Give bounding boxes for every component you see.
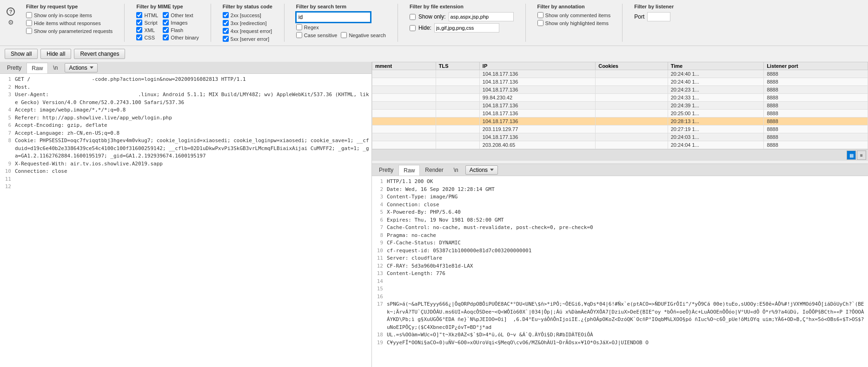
mime-xml-checkbox[interactable] [136, 27, 142, 33]
tab-pretty-right[interactable]: Pretty [374, 164, 398, 175]
table-row[interactable]: 203.119.129.7720:27:19 1...8888 [372, 125, 868, 133]
req-line-3: 3 User-Agent: .linux; Android 5.1.1; MIX… [2, 91, 370, 106]
show-only-ext-checkbox[interactable] [410, 14, 416, 20]
req-line-7: 7 Accept-Language: zh-CN,en-US;q=0.8 [2, 130, 370, 138]
mime-xml-label: XML [144, 27, 155, 33]
table-row[interactable]: 104.18.177.13620:24:03 1...8888 [372, 133, 868, 141]
main-container: ? ⚙ Filter by request type Show only in-… [0, 0, 868, 367]
tab-newline-left-label: \n [53, 65, 58, 71]
show-all-button[interactable]: Show all [5, 49, 38, 59]
show-parameterized-checkbox[interactable] [26, 28, 32, 34]
content-area: Pretty Raw \n Actions 1 GET / [0, 62, 868, 367]
right-actions-button[interactable]: Actions [465, 165, 498, 175]
resp-line: 7Cache-Control: no-cache, must-revalidat… [374, 224, 866, 232]
cell-time: 20:28:13 1... [668, 118, 764, 125]
port-input[interactable] [647, 12, 670, 21]
status-5xx-checkbox[interactable] [223, 36, 229, 42]
search-input[interactable] [296, 12, 371, 22]
cell-listener: 8888 [764, 133, 868, 141]
status-5xx-label: 5xx [server error] [231, 36, 269, 42]
request-code-area[interactable]: 1 GET / -code.php?action=login&now=20200… [0, 74, 371, 367]
cell-time: 20:24:33 1... [668, 94, 764, 102]
status-3xx-checkbox[interactable] [223, 20, 229, 26]
left-actions-button[interactable]: Actions [65, 63, 97, 72]
cell-ip: 203.208.40.65 [479, 141, 595, 149]
col-mment: mment [372, 62, 436, 70]
filter-mime-title: Filter by MIME type [136, 4, 199, 9]
mime-html-row: HTML [136, 12, 158, 18]
cell-time: 20:24:40 1... [668, 78, 764, 86]
mime-othertext-checkbox[interactable] [163, 12, 169, 18]
resp-line: 5X-Powered-By: PHP/5.6.40 [374, 209, 866, 216]
mime-otherbinary-checkbox[interactable] [163, 34, 169, 40]
mime-images-checkbox[interactable] [163, 20, 169, 26]
highlighted-row: Show only highlighted items [537, 20, 611, 26]
list-view-button[interactable]: ≡ [857, 151, 866, 160]
regex-checkbox[interactable] [296, 24, 302, 30]
tab-raw-left[interactable]: Raw [27, 63, 48, 73]
right-actions-label: Actions [470, 167, 488, 173]
hide-ext-input[interactable] [434, 23, 499, 33]
resp-line: 15 [374, 285, 866, 293]
grid-view-button[interactable]: ▦ [847, 151, 856, 160]
mime-html-label: HTML [144, 13, 158, 18]
tab-raw-right[interactable]: Raw [398, 165, 420, 176]
mime-css-label: CSS [144, 35, 155, 40]
help-icon[interactable]: ? [7, 7, 15, 16]
table-row[interactable]: 104.18.177.13620:24:23 1...8888 [372, 86, 868, 94]
table-row[interactable]: 104.18.177.13620:25:00 1...8888 [372, 110, 868, 118]
buttons-row: Show all Hide all Revert changes [0, 46, 868, 62]
mime-html-checkbox[interactable] [136, 12, 142, 18]
show-only-inscope-checkbox[interactable] [26, 12, 32, 18]
cell-cookies [596, 125, 668, 133]
negative-search-row: Negative search [341, 32, 386, 38]
gear-icon[interactable]: ⚙ [8, 19, 14, 26]
revert-changes-button[interactable]: Revert changes [74, 49, 125, 59]
req-line-10: 10 Connection: close [2, 168, 370, 176]
cell-cookies [596, 110, 668, 118]
resp-line: 4Connection: close [374, 201, 866, 209]
hide-ext-checkbox[interactable] [410, 25, 416, 31]
mime-flash-checkbox[interactable] [163, 27, 169, 33]
cell-cookies [596, 102, 668, 110]
commented-checkbox[interactable] [537, 12, 543, 18]
col-tls: TLS [436, 62, 479, 70]
tab-render-right[interactable]: Render [420, 164, 448, 175]
table-row[interactable]: 104.18.177.13620:28:13 1...8888 [372, 118, 868, 125]
req-line-11: 11 [2, 176, 370, 184]
cell-tls [436, 70, 479, 78]
hide-no-response-checkbox[interactable] [26, 20, 32, 26]
table-row[interactable]: 104.18.177.13620:24:39 1...8888 [372, 102, 868, 110]
table-header-row: mment TLS IP Cookies Time Listener port [372, 62, 868, 70]
mime-script-checkbox[interactable] [136, 20, 142, 26]
status-2xx-checkbox[interactable] [223, 12, 229, 18]
cell-mment [372, 141, 436, 149]
table-row[interactable]: 203.208.40.6520:24:04 1...8888 [372, 141, 868, 149]
cell-mment [372, 78, 436, 86]
tab-newline-right[interactable]: \n [449, 164, 464, 175]
case-sensitive-checkbox[interactable] [296, 32, 302, 38]
resp-line: 10cf-request-id: 05387c1b100000e81d7c003… [374, 247, 866, 255]
cell-tls [436, 78, 479, 86]
table-row[interactable]: 99.84.230.4220:24:33 1...8888 [372, 94, 868, 102]
resp-line: 1HTTP/1.1 200 OK [374, 178, 866, 186]
response-code-area[interactable]: 1HTTP/1.1 200 OK2Date: Wed, 16 Sep 2020 … [372, 176, 868, 367]
status-4xx-checkbox[interactable] [223, 28, 229, 34]
table-row[interactable]: 104.18.177.13620:24:40 1...8888 [372, 70, 868, 78]
status-2xx-row: 2xx [success] [223, 12, 272, 18]
show-only-ext-input[interactable] [449, 12, 514, 21]
cell-tls [436, 102, 479, 110]
cell-listener: 8888 [764, 125, 868, 133]
tab-pretty-right-label: Pretty [379, 167, 393, 173]
highlighted-checkbox[interactable] [537, 20, 543, 26]
cell-cookies [596, 94, 668, 102]
hide-all-button[interactable]: Hide all [40, 49, 71, 59]
cell-ip: 104.18.177.136 [479, 86, 595, 94]
tab-newline-left[interactable]: \n [48, 62, 63, 73]
divider-5 [525, 4, 526, 42]
negative-search-checkbox[interactable] [341, 32, 347, 38]
left-pane: Pretty Raw \n Actions 1 GET / [0, 62, 372, 367]
mime-css-checkbox[interactable] [136, 34, 142, 40]
tab-pretty-left[interactable]: Pretty [2, 62, 27, 73]
table-row[interactable]: 104.18.177.13620:24:40 1...8888 [372, 78, 868, 86]
